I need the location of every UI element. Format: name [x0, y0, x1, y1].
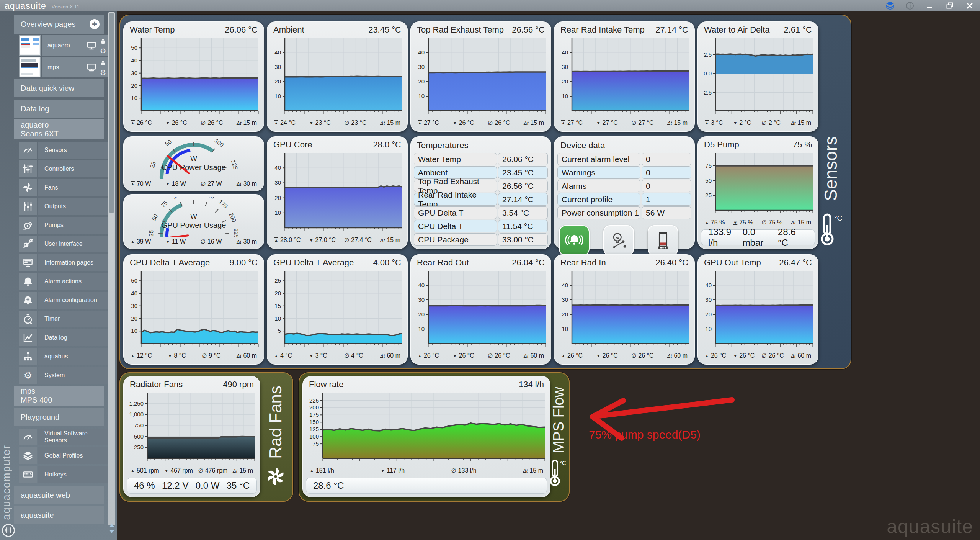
- sidebar-item-user-interface[interactable]: User interface: [19, 236, 109, 252]
- svg-text:20: 20: [705, 311, 712, 317]
- playground-header[interactable]: Playground: [14, 408, 104, 426]
- svg-text:30: 30: [418, 296, 425, 303]
- svg-text:200: 200: [228, 212, 238, 223]
- sidebar-item-controllers[interactable]: Controllers: [19, 160, 109, 177]
- thermometer-icon: °C: [549, 459, 568, 487]
- svg-text:30: 30: [274, 64, 281, 70]
- info-icon[interactable]: [905, 2, 915, 10]
- svg-text:100: 100: [172, 197, 183, 200]
- row-value: 1: [642, 193, 691, 206]
- svg-text:10: 10: [418, 93, 425, 99]
- tile-radiator-fans: Radiator Fans 490 rpm2505007501,0001,250…: [123, 376, 260, 497]
- illumination-button[interactable]: [603, 225, 634, 256]
- sidebar-item-outputs[interactable]: Outputs: [19, 198, 109, 215]
- sidebar-item-data-log[interactable]: Data log: [14, 100, 104, 118]
- overview-page-aquaero[interactable]: aquaero ⚙: [19, 35, 109, 56]
- timer-icon: [22, 313, 34, 325]
- sidebar-item-fans[interactable]: Fans: [19, 179, 109, 196]
- rear-rad-out-chart: 10203040: [413, 268, 549, 351]
- alarm-button[interactable]: [559, 225, 590, 256]
- gpu-out-temp-chart: 10203040: [700, 268, 816, 351]
- close-icon[interactable]: [965, 2, 975, 10]
- stat-min: ▼117 l/h: [381, 467, 405, 474]
- layers-icon[interactable]: [885, 2, 895, 10]
- svg-text:75: 75: [160, 200, 169, 209]
- mps-flow-label: MPS Flow: [550, 387, 567, 453]
- lock-icon[interactable]: [99, 37, 107, 47]
- flow-rate-footer: 28.6 °C: [306, 478, 547, 494]
- lock-icon[interactable]: [99, 59, 107, 69]
- window-controls: [885, 2, 975, 10]
- sidebar-item-sensors[interactable]: Sensors: [19, 142, 109, 159]
- rear-rad-intake-current-value: 27.14 °C: [655, 25, 688, 35]
- app-title: aquasuite: [5, 1, 46, 11]
- stat-avg: ∅9 °C: [202, 352, 220, 359]
- stat-avg: ∅26 °C: [201, 119, 223, 126]
- stat-max: ▲39 W: [131, 238, 151, 245]
- scroll-up-icon[interactable]: [109, 524, 114, 527]
- cpu-delta-avg-stats: ▲12 °C ▼8 °C ∅9 °C Δt60 m: [126, 351, 261, 360]
- alarm-bell-icon: [22, 275, 34, 288]
- sidebar-item-data-quick-view[interactable]: Data quick view: [14, 79, 104, 97]
- sidebar-scrollbar[interactable]: [108, 12, 115, 525]
- svg-text:40: 40: [562, 282, 568, 288]
- minimize-icon[interactable]: [925, 2, 935, 10]
- stat-avg: ∅27 °C: [631, 119, 653, 126]
- scroll-down-icon[interactable]: [109, 530, 114, 533]
- stat-timespan: Δt15 m: [237, 119, 257, 126]
- gear-icon: ⚙: [22, 369, 34, 381]
- stat-timespan: Δt15 m: [233, 467, 253, 474]
- sidebar-item-alarm-configuration[interactable]: Alarm configuration: [19, 292, 109, 309]
- row-value: 0: [642, 180, 691, 192]
- tile-temperatures: Temperatures Water Temp 26.06 °C Ambient…: [410, 136, 551, 249]
- svg-text:⚙: ⚙: [24, 370, 33, 381]
- svg-text:40: 40: [562, 49, 568, 56]
- svg-text:40: 40: [274, 49, 281, 56]
- device-header-aquaero[interactable]: aquaeroSeans 6XT: [14, 119, 104, 139]
- sidebar-item-alarm-actions[interactable]: Alarm actions: [19, 273, 109, 290]
- ambient-stats: ▲24 °C ▼23 °C ∅23 °C Δt15 m: [270, 118, 405, 128]
- sidebar-item-virtual-software-sensors[interactable]: Virtual Software Sensors: [19, 429, 109, 445]
- tile-d5-pump: D5 Pump 75 %255075 ▲75 % ▼75 % ∅75 % Δt1…: [697, 136, 818, 249]
- footer-value: 0.0 mbar: [743, 227, 778, 248]
- device-header-mps[interactable]: mpsMPS 400: [14, 386, 104, 406]
- gear-icon[interactable]: ⚙: [100, 48, 106, 54]
- restore-icon[interactable]: [945, 2, 955, 10]
- gpu-delta-avg-chart: 510152025: [270, 268, 405, 351]
- relay-power-button[interactable]: [648, 225, 678, 256]
- svg-text:30: 30: [418, 64, 425, 70]
- sidebar-item-data-log[interactable]: Data log: [19, 329, 109, 346]
- stat-min: ▼75 %: [733, 219, 753, 226]
- sidebar-item-system[interactable]: ⚙System: [19, 367, 109, 384]
- svg-text:150: 150: [204, 197, 216, 200]
- row-label: Power consumption 1: [557, 206, 640, 219]
- svg-text:°C: °C: [560, 460, 566, 466]
- overview-page-mps[interactable]: mps ⚙: [19, 57, 109, 77]
- overview-pages-header[interactable]: Overview pages +: [14, 15, 104, 34]
- sidebar-item-aquabus[interactable]: aquabus: [19, 348, 109, 365]
- sidebar-item-aquasuite[interactable]: aquasuite: [14, 506, 104, 524]
- d5-pump-title: D5 Pump: [704, 140, 739, 150]
- add-page-icon[interactable]: +: [90, 19, 100, 29]
- sidebar-item-gobal-profiles[interactable]: Gobal Profiles: [19, 447, 109, 464]
- rear-rad-intake-stats: ▲27 °C ▼27 °C ∅27 °C Δt15 m: [557, 118, 692, 128]
- sidebar-item-information-pages[interactable]: Information pages: [19, 254, 109, 271]
- sidebar-item-pumps[interactable]: Pumps: [19, 217, 109, 234]
- stat-max: ▲27 °C: [418, 119, 439, 126]
- gear-icon[interactable]: ⚙: [100, 70, 106, 76]
- footer-value: 12.2 V: [162, 480, 188, 491]
- gpu-core-current-value: 28.0 °C: [373, 140, 401, 150]
- stat-max: ▲3 °C: [705, 119, 723, 126]
- alarm-bell-icon: [564, 231, 584, 250]
- stat-avg: ∅476 rpm: [198, 467, 228, 474]
- svg-text:15: 15: [274, 303, 281, 309]
- sidebar: Overview pages + aquaero ⚙ mps ⚙ Data qu…: [0, 11, 117, 540]
- sidebar-item-timer[interactable]: Timer: [19, 311, 109, 327]
- svg-text:25: 25: [149, 161, 157, 169]
- sidebar-item-aquasuite-web[interactable]: aquasuite web: [14, 486, 104, 504]
- rear-rad-in-chart: 10203040: [557, 268, 692, 351]
- sidebar-item-hotkeys[interactable]: Hotkeys: [19, 466, 109, 483]
- svg-text:°C: °C: [834, 214, 842, 222]
- stat-max: ▲26 °C: [131, 119, 152, 126]
- page-label: mps: [47, 64, 59, 71]
